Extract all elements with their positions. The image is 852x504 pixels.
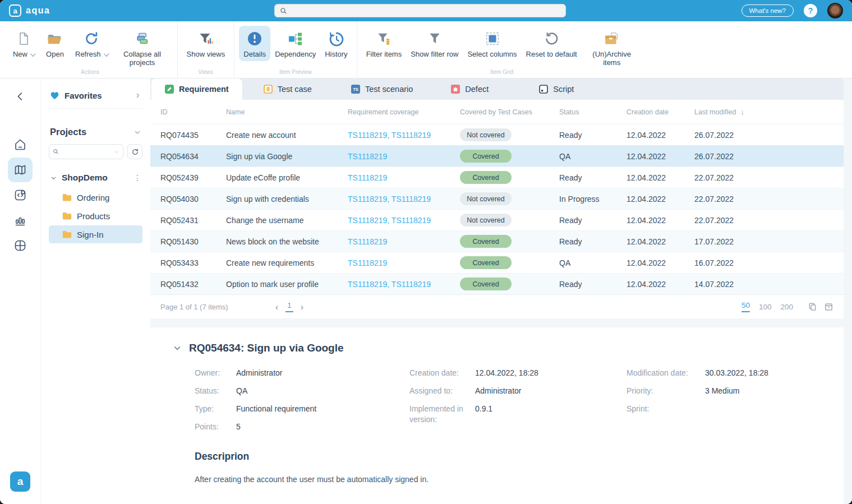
- page-number[interactable]: 1: [285, 301, 293, 312]
- column-header-id[interactable]: ID: [160, 108, 226, 116]
- details-button[interactable]: Details: [239, 26, 270, 61]
- refresh-button[interactable]: Refresh: [71, 26, 112, 61]
- tree-item-products[interactable]: Products: [49, 207, 142, 225]
- open-button[interactable]: Open: [39, 26, 71, 61]
- select-columns-button[interactable]: Select columns: [463, 26, 521, 61]
- page-size-50[interactable]: 50: [742, 301, 750, 312]
- column-header-covered[interactable]: Covered by Test Cases: [460, 108, 559, 116]
- tab-requirement[interactable]: Requirement: [151, 78, 242, 100]
- collapse-sidebar-button[interactable]: [8, 84, 33, 109]
- open-folder-icon: [47, 30, 63, 48]
- table-row-selected[interactable]: RQ054634 Sign up via Google TS1118219 Co…: [150, 145, 844, 167]
- global-search[interactable]: [274, 4, 566, 17]
- chevron-down-icon[interactable]: [50, 174, 57, 182]
- chevron-down-icon: [30, 51, 36, 57]
- project-search-input[interactable]: [62, 148, 111, 156]
- map-icon: [13, 163, 27, 177]
- project-refresh-button[interactable]: [127, 144, 142, 159]
- coverage-link[interactable]: TS1118219, TS1118219: [348, 195, 431, 204]
- column-header-name[interactable]: Name: [226, 108, 348, 116]
- field-label-owner: Owner:: [195, 368, 236, 378]
- column-header-last-modified[interactable]: Last modified ↓: [694, 108, 844, 116]
- page-size-100[interactable]: 100: [759, 303, 772, 311]
- reset-to-default-button[interactable]: Reset to default: [522, 26, 582, 61]
- coverage-link[interactable]: TS1118219, TS1118219: [348, 131, 431, 140]
- cell-name: Update eCoffe profile: [226, 173, 348, 182]
- column-header-status[interactable]: Status: [559, 108, 627, 116]
- filter-items-button[interactable]: Filter items: [362, 26, 407, 61]
- nav-projects-button[interactable]: [8, 158, 33, 182]
- cell-creation-date: 12.04.2022: [627, 152, 694, 161]
- nav-automation-button[interactable]: [8, 183, 33, 207]
- reset-icon: [544, 30, 559, 48]
- archive-icon: [604, 30, 620, 48]
- cell-last-modified: 26.07.2022: [694, 152, 844, 161]
- kebab-menu-icon[interactable]: ⋮: [133, 174, 141, 182]
- tab-defect[interactable]: Defect: [437, 78, 502, 100]
- show-views-label: Show views: [187, 50, 225, 59]
- funnel-icon: [427, 30, 442, 48]
- history-button[interactable]: History: [320, 26, 352, 61]
- nav-dashboard-button[interactable]: [8, 233, 33, 258]
- home-icon: [13, 138, 27, 151]
- coverage-link[interactable]: TS1118219, TS1118219: [348, 280, 431, 289]
- cell-creation-date: 12.04.2022: [627, 237, 694, 246]
- table-row[interactable]: RQ053433 Create new requirements TS11182…: [150, 252, 844, 273]
- user-avatar[interactable]: [827, 3, 843, 19]
- coverage-link[interactable]: TS1118219: [348, 258, 387, 267]
- projects-header[interactable]: Projects: [49, 124, 142, 144]
- svg-text:TS: TS: [353, 87, 358, 92]
- table-row[interactable]: RQ051432 Option to mark user profile TS1…: [150, 273, 844, 294]
- table-row[interactable]: RQ052431 Change the username TS1118219, …: [150, 209, 844, 230]
- requirements-grid: ID Name Requirement coverage Covered by …: [150, 100, 844, 318]
- coverage-link[interactable]: TS1118219: [348, 173, 387, 182]
- copy-icon[interactable]: [808, 302, 817, 312]
- global-search-input[interactable]: [291, 7, 560, 15]
- tab-script[interactable]: Script: [526, 78, 587, 100]
- show-views-button[interactable]: Show views: [182, 26, 230, 61]
- field-label-implemented-in-version: Implemented in version:: [409, 404, 475, 425]
- field-label-points: Points:: [195, 422, 236, 432]
- sort-descending-icon[interactable]: ↓: [740, 108, 744, 116]
- whats-new-button[interactable]: What's new?: [742, 4, 794, 17]
- tab-test-scenario[interactable]: TS Test scenario: [338, 78, 426, 100]
- table-row[interactable]: RQ054030 Sign up with credentials TS1118…: [150, 188, 844, 209]
- nav-reports-button[interactable]: [8, 208, 33, 233]
- coverage-link[interactable]: TS1118219: [348, 237, 387, 246]
- next-page-button[interactable]: ›: [301, 302, 304, 312]
- page-size-200[interactable]: 200: [780, 303, 793, 311]
- collapse-details-icon[interactable]: [173, 344, 182, 353]
- coverage-badge: Covered: [460, 278, 512, 290]
- tree-node-shopdemo[interactable]: ShopDemo ⋮: [49, 170, 142, 188]
- collapse-all-projects-button[interactable]: Collapse all projects: [112, 26, 173, 70]
- coverage-badge: Covered: [460, 150, 512, 163]
- folder-icon: [62, 230, 72, 238]
- cell-id: RQ052431: [160, 216, 226, 225]
- dependency-button[interactable]: Dependency: [270, 26, 320, 61]
- tab-test-case[interactable]: Test case: [250, 78, 325, 100]
- previous-page-button[interactable]: ‹: [275, 302, 279, 312]
- show-filter-row-button[interactable]: Show filter row: [406, 26, 463, 61]
- coverage-link[interactable]: TS1118219, TS1118219: [348, 216, 431, 225]
- table-row[interactable]: RQ052439 Update eCoffe profile TS1118219…: [150, 167, 844, 188]
- field-label-priority: Priority:: [627, 386, 705, 396]
- table-row[interactable]: RQ051430 News block on the website TS111…: [150, 230, 844, 252]
- coverage-link[interactable]: TS1118219: [348, 152, 387, 161]
- nav-home-button[interactable]: [8, 132, 33, 157]
- table-row[interactable]: RQ074435 Create new account TS1118219, T…: [150, 124, 844, 145]
- unarchive-items-button[interactable]: (Un)Archive items: [582, 26, 642, 70]
- chevron-down-icon[interactable]: [114, 149, 119, 155]
- favorites-row[interactable]: Favorites: [49, 86, 142, 108]
- collapse-label: Collapse all projects: [117, 50, 168, 67]
- help-button[interactable]: ?: [804, 4, 817, 17]
- tree-item-ordering[interactable]: Ordering: [49, 188, 142, 206]
- archive-box-icon[interactable]: [824, 302, 833, 312]
- new-button[interactable]: New: [8, 26, 39, 61]
- tree-item-sign-in[interactable]: Sign-In: [49, 225, 142, 243]
- column-header-creation-date[interactable]: Creation date: [627, 108, 694, 116]
- item-type-tabs: Requirement Test case TS Test scenario D…: [150, 78, 844, 100]
- chevron-down-icon: [103, 51, 109, 57]
- column-header-coverage[interactable]: Requirement coverage: [348, 108, 460, 116]
- project-search-box[interactable]: [49, 144, 123, 159]
- collapse-projects-icon: [135, 30, 150, 48]
